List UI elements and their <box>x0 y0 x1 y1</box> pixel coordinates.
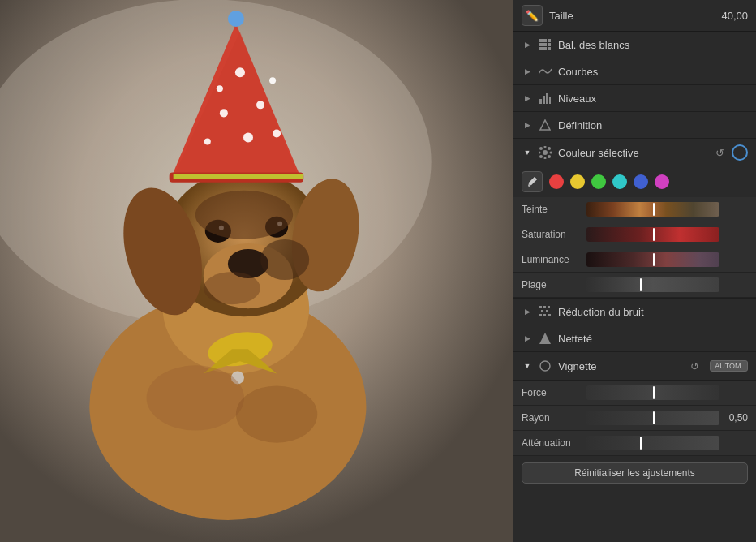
section-niveaux[interactable]: ▶ Niveaux <box>513 85 756 112</box>
svg-point-51 <box>539 155 543 158</box>
svg-point-50 <box>548 147 551 150</box>
color-green[interactable] <box>591 174 606 189</box>
svg-rect-59 <box>539 306 542 308</box>
attenuation-slider-row: Atténuation <box>513 431 756 456</box>
svg-rect-35 <box>543 39 547 42</box>
reset-row: Réinitialiser les ajustements <box>513 456 756 490</box>
svg-point-68 <box>540 361 550 371</box>
saturation-track <box>586 227 719 242</box>
svg-point-52 <box>548 155 551 158</box>
color-picker-row <box>513 166 756 197</box>
teinte-slider[interactable] <box>586 200 719 218</box>
rayon-thumb <box>653 411 655 424</box>
force-slider[interactable] <box>586 384 719 402</box>
svg-point-23 <box>269 77 276 84</box>
force-slider-row: Force <box>513 381 756 406</box>
autom-badge[interactable]: AUTOM. <box>710 360 748 372</box>
section-bal-blancs[interactable]: ▶ Bal. des blancs <box>513 32 756 58</box>
svg-point-22 <box>217 85 223 92</box>
section-courbes[interactable]: ▶ Courbes <box>513 58 756 85</box>
section-vignette: ▼ Vignette ↺ AUTOM. Force Rayon <box>513 352 756 456</box>
color-yellow[interactable] <box>570 174 585 189</box>
svg-point-20 <box>273 129 281 137</box>
force-track <box>586 385 719 400</box>
plage-slider[interactable] <box>586 276 719 294</box>
chevron-down-icon: ▼ <box>522 360 533 372</box>
svg-point-16 <box>235 67 245 77</box>
svg-rect-36 <box>548 39 551 42</box>
vignette-label: Vignette <box>558 360 686 372</box>
svg-rect-39 <box>548 43 551 46</box>
attenuation-track <box>586 436 719 450</box>
toolbar-label: Taille <box>549 10 721 22</box>
reset-icon[interactable]: ↺ <box>711 144 728 161</box>
toggle-circle[interactable] <box>732 144 748 161</box>
vignette-circle-icon <box>538 359 552 373</box>
teinte-label: Teinte <box>522 204 586 215</box>
nettete-label: Netteté <box>558 333 748 345</box>
section-definition[interactable]: ▶ Définition <box>513 112 756 139</box>
svg-rect-38 <box>543 43 547 46</box>
saturation-slider-row: Saturation <box>513 222 756 247</box>
svg-rect-44 <box>543 96 545 104</box>
vignette-reset-icon[interactable]: ↺ <box>686 358 702 374</box>
rayon-track <box>586 411 719 425</box>
reduction-bruit-label: Réduction du bruit <box>558 306 748 318</box>
chevron-down-icon: ▼ <box>522 147 533 158</box>
svg-point-25 <box>228 11 244 27</box>
svg-rect-34 <box>539 39 543 42</box>
chevron-right-icon: ▶ <box>522 333 533 344</box>
rayon-slider[interactable] <box>586 409 719 427</box>
right-panel: ✏️ Taille 40,00 ▶ Bal. des blancs ▶ Cour… <box>513 0 756 542</box>
section-nettete[interactable]: ▶ Netteté <box>513 325 756 352</box>
luminance-slider-row: Luminance <box>513 247 756 273</box>
svg-rect-41 <box>543 47 547 50</box>
eyedropper-button[interactable] <box>522 171 543 192</box>
section-reduction-bruit[interactable]: ▶ Réduction du bruit <box>513 299 756 325</box>
svg-marker-67 <box>539 333 551 344</box>
svg-rect-60 <box>543 306 546 308</box>
luminance-thumb <box>653 253 655 266</box>
chevron-right-icon: ▶ <box>522 39 533 50</box>
svg-rect-63 <box>546 310 548 312</box>
chevron-right-icon: ▶ <box>522 119 533 131</box>
teinte-thumb <box>653 203 655 216</box>
section-couleur-selective: ▼ Couleur sélective ↺ <box>513 139 756 299</box>
definition-label: Définition <box>558 119 748 131</box>
tool-icon-button[interactable]: ✏️ <box>522 5 543 26</box>
color-cyan[interactable] <box>612 174 627 189</box>
toolbar-value: 40,00 <box>721 10 748 22</box>
svg-point-56 <box>550 152 552 154</box>
vignette-header[interactable]: ▼ Vignette ↺ AUTOM. <box>513 352 756 381</box>
attenuation-slider[interactable] <box>586 434 719 452</box>
color-magenta[interactable] <box>655 174 669 189</box>
luminance-slider[interactable] <box>586 251 719 269</box>
sparkle-icon <box>538 145 552 160</box>
reset-adjustments-button[interactable]: Réinitialiser les ajustements <box>522 462 748 484</box>
color-blue[interactable] <box>634 174 648 189</box>
svg-rect-45 <box>546 93 548 104</box>
couleur-selective-header[interactable]: ▼ Couleur sélective ↺ <box>513 139 756 166</box>
courbes-label: Courbes <box>558 66 748 78</box>
svg-marker-47 <box>540 120 550 130</box>
plage-label: Plage <box>522 279 586 290</box>
svg-rect-61 <box>548 306 550 308</box>
chevron-right-icon: ▶ <box>522 306 533 317</box>
plage-track <box>586 277 719 292</box>
attenuation-thumb <box>640 437 642 450</box>
couleur-selective-actions: ↺ <box>711 144 748 161</box>
saturation-slider[interactable] <box>586 226 719 243</box>
svg-point-17 <box>256 101 264 109</box>
vignette-actions: ↺ AUTOM. <box>686 358 748 374</box>
svg-point-18 <box>220 109 228 117</box>
saturation-label: Saturation <box>522 229 586 240</box>
teinte-slider-row: Teinte <box>513 197 756 222</box>
niveaux-label: Niveaux <box>558 92 748 105</box>
dog-photo <box>0 0 513 542</box>
plage-thumb <box>640 278 642 291</box>
chevron-right-icon: ▶ <box>522 92 533 104</box>
svg-point-30 <box>147 365 244 430</box>
rayon-label: Rayon <box>522 412 586 424</box>
color-red[interactable] <box>549 174 564 189</box>
svg-point-33 <box>204 272 260 304</box>
